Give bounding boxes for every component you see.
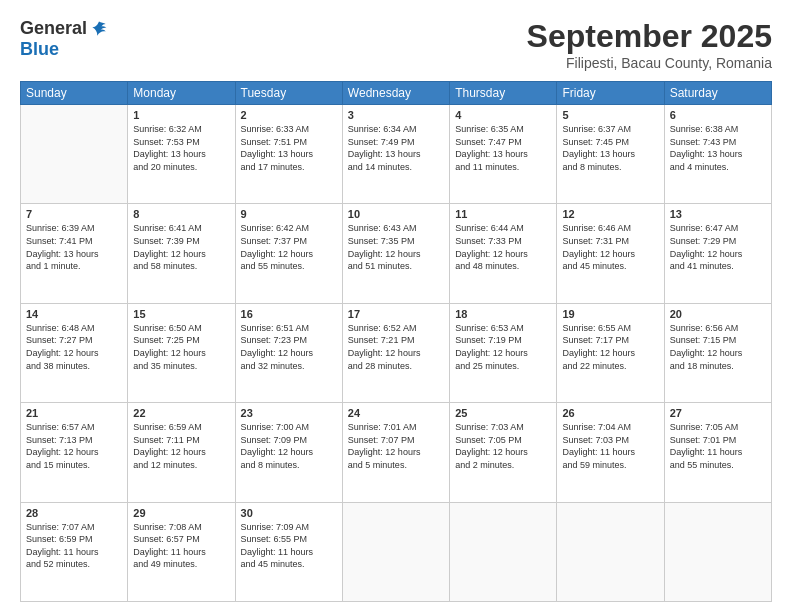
table-row: 18Sunrise: 6:53 AMSunset: 7:19 PMDayligh… <box>450 303 557 402</box>
day-number: 21 <box>26 407 122 419</box>
table-row: 28Sunrise: 7:07 AMSunset: 6:59 PMDayligh… <box>21 502 128 601</box>
day-info: Sunrise: 7:04 AMSunset: 7:03 PMDaylight:… <box>562 421 658 471</box>
col-saturday: Saturday <box>664 82 771 105</box>
day-info: Sunrise: 6:33 AMSunset: 7:51 PMDaylight:… <box>241 123 337 173</box>
day-number: 20 <box>670 308 766 320</box>
day-number: 2 <box>241 109 337 121</box>
table-row: 7Sunrise: 6:39 AMSunset: 7:41 PMDaylight… <box>21 204 128 303</box>
day-number: 5 <box>562 109 658 121</box>
day-info: Sunrise: 6:47 AMSunset: 7:29 PMDaylight:… <box>670 222 766 272</box>
day-info: Sunrise: 6:52 AMSunset: 7:21 PMDaylight:… <box>348 322 444 372</box>
calendar-week-row: 7Sunrise: 6:39 AMSunset: 7:41 PMDaylight… <box>21 204 772 303</box>
col-thursday: Thursday <box>450 82 557 105</box>
table-row: 13Sunrise: 6:47 AMSunset: 7:29 PMDayligh… <box>664 204 771 303</box>
day-info: Sunrise: 6:41 AMSunset: 7:39 PMDaylight:… <box>133 222 229 272</box>
day-number: 7 <box>26 208 122 220</box>
table-row: 22Sunrise: 6:59 AMSunset: 7:11 PMDayligh… <box>128 403 235 502</box>
table-row: 27Sunrise: 7:05 AMSunset: 7:01 PMDayligh… <box>664 403 771 502</box>
day-info: Sunrise: 6:55 AMSunset: 7:17 PMDaylight:… <box>562 322 658 372</box>
day-info: Sunrise: 6:56 AMSunset: 7:15 PMDaylight:… <box>670 322 766 372</box>
table-row: 8Sunrise: 6:41 AMSunset: 7:39 PMDaylight… <box>128 204 235 303</box>
day-number: 10 <box>348 208 444 220</box>
day-number: 9 <box>241 208 337 220</box>
logo-general-text: General <box>20 18 87 39</box>
table-row: 10Sunrise: 6:43 AMSunset: 7:35 PMDayligh… <box>342 204 449 303</box>
table-row: 3Sunrise: 6:34 AMSunset: 7:49 PMDaylight… <box>342 105 449 204</box>
table-row: 16Sunrise: 6:51 AMSunset: 7:23 PMDayligh… <box>235 303 342 402</box>
table-row: 24Sunrise: 7:01 AMSunset: 7:07 PMDayligh… <box>342 403 449 502</box>
table-row <box>21 105 128 204</box>
day-number: 23 <box>241 407 337 419</box>
day-info: Sunrise: 7:07 AMSunset: 6:59 PMDaylight:… <box>26 521 122 571</box>
col-wednesday: Wednesday <box>342 82 449 105</box>
day-info: Sunrise: 6:59 AMSunset: 7:11 PMDaylight:… <box>133 421 229 471</box>
day-number: 12 <box>562 208 658 220</box>
col-sunday: Sunday <box>21 82 128 105</box>
page: General Blue September 2025 Filipesti, B… <box>0 0 792 612</box>
table-row <box>557 502 664 601</box>
day-info: Sunrise: 6:42 AMSunset: 7:37 PMDaylight:… <box>241 222 337 272</box>
day-info: Sunrise: 6:50 AMSunset: 7:25 PMDaylight:… <box>133 322 229 372</box>
logo: General Blue <box>20 18 109 60</box>
day-number: 14 <box>26 308 122 320</box>
day-info: Sunrise: 6:51 AMSunset: 7:23 PMDaylight:… <box>241 322 337 372</box>
table-row: 30Sunrise: 7:09 AMSunset: 6:55 PMDayligh… <box>235 502 342 601</box>
day-number: 18 <box>455 308 551 320</box>
day-info: Sunrise: 7:03 AMSunset: 7:05 PMDaylight:… <box>455 421 551 471</box>
table-row: 17Sunrise: 6:52 AMSunset: 7:21 PMDayligh… <box>342 303 449 402</box>
col-monday: Monday <box>128 82 235 105</box>
day-number: 29 <box>133 507 229 519</box>
table-row: 14Sunrise: 6:48 AMSunset: 7:27 PMDayligh… <box>21 303 128 402</box>
day-info: Sunrise: 6:38 AMSunset: 7:43 PMDaylight:… <box>670 123 766 173</box>
day-info: Sunrise: 7:08 AMSunset: 6:57 PMDaylight:… <box>133 521 229 571</box>
logo-bird-icon <box>89 19 109 39</box>
location-subtitle: Filipesti, Bacau County, Romania <box>527 55 772 71</box>
table-row: 1Sunrise: 6:32 AMSunset: 7:53 PMDaylight… <box>128 105 235 204</box>
day-number: 30 <box>241 507 337 519</box>
table-row: 9Sunrise: 6:42 AMSunset: 7:37 PMDaylight… <box>235 204 342 303</box>
day-number: 6 <box>670 109 766 121</box>
day-info: Sunrise: 6:44 AMSunset: 7:33 PMDaylight:… <box>455 222 551 272</box>
table-row: 25Sunrise: 7:03 AMSunset: 7:05 PMDayligh… <box>450 403 557 502</box>
table-row: 4Sunrise: 6:35 AMSunset: 7:47 PMDaylight… <box>450 105 557 204</box>
table-row: 11Sunrise: 6:44 AMSunset: 7:33 PMDayligh… <box>450 204 557 303</box>
day-number: 3 <box>348 109 444 121</box>
day-info: Sunrise: 6:34 AMSunset: 7:49 PMDaylight:… <box>348 123 444 173</box>
calendar-header-row: Sunday Monday Tuesday Wednesday Thursday… <box>21 82 772 105</box>
day-number: 4 <box>455 109 551 121</box>
day-info: Sunrise: 6:57 AMSunset: 7:13 PMDaylight:… <box>26 421 122 471</box>
day-number: 13 <box>670 208 766 220</box>
day-number: 25 <box>455 407 551 419</box>
table-row: 29Sunrise: 7:08 AMSunset: 6:57 PMDayligh… <box>128 502 235 601</box>
table-row: 21Sunrise: 6:57 AMSunset: 7:13 PMDayligh… <box>21 403 128 502</box>
day-info: Sunrise: 6:46 AMSunset: 7:31 PMDaylight:… <box>562 222 658 272</box>
calendar-week-row: 1Sunrise: 6:32 AMSunset: 7:53 PMDaylight… <box>21 105 772 204</box>
day-info: Sunrise: 6:32 AMSunset: 7:53 PMDaylight:… <box>133 123 229 173</box>
title-block: September 2025 Filipesti, Bacau County, … <box>527 18 772 71</box>
day-info: Sunrise: 6:43 AMSunset: 7:35 PMDaylight:… <box>348 222 444 272</box>
day-info: Sunrise: 7:05 AMSunset: 7:01 PMDaylight:… <box>670 421 766 471</box>
day-info: Sunrise: 6:37 AMSunset: 7:45 PMDaylight:… <box>562 123 658 173</box>
header: General Blue September 2025 Filipesti, B… <box>20 18 772 71</box>
day-info: Sunrise: 6:53 AMSunset: 7:19 PMDaylight:… <box>455 322 551 372</box>
day-number: 16 <box>241 308 337 320</box>
table-row: 20Sunrise: 6:56 AMSunset: 7:15 PMDayligh… <box>664 303 771 402</box>
logo-blue-text: Blue <box>20 39 59 60</box>
col-friday: Friday <box>557 82 664 105</box>
calendar-week-row: 21Sunrise: 6:57 AMSunset: 7:13 PMDayligh… <box>21 403 772 502</box>
day-info: Sunrise: 6:48 AMSunset: 7:27 PMDaylight:… <box>26 322 122 372</box>
table-row <box>342 502 449 601</box>
day-info: Sunrise: 7:01 AMSunset: 7:07 PMDaylight:… <box>348 421 444 471</box>
day-number: 1 <box>133 109 229 121</box>
day-info: Sunrise: 6:35 AMSunset: 7:47 PMDaylight:… <box>455 123 551 173</box>
table-row <box>450 502 557 601</box>
calendar-table: Sunday Monday Tuesday Wednesday Thursday… <box>20 81 772 602</box>
day-number: 17 <box>348 308 444 320</box>
day-info: Sunrise: 7:09 AMSunset: 6:55 PMDaylight:… <box>241 521 337 571</box>
day-number: 22 <box>133 407 229 419</box>
table-row: 19Sunrise: 6:55 AMSunset: 7:17 PMDayligh… <box>557 303 664 402</box>
day-info: Sunrise: 7:00 AMSunset: 7:09 PMDaylight:… <box>241 421 337 471</box>
month-title: September 2025 <box>527 18 772 55</box>
day-number: 26 <box>562 407 658 419</box>
table-row <box>664 502 771 601</box>
